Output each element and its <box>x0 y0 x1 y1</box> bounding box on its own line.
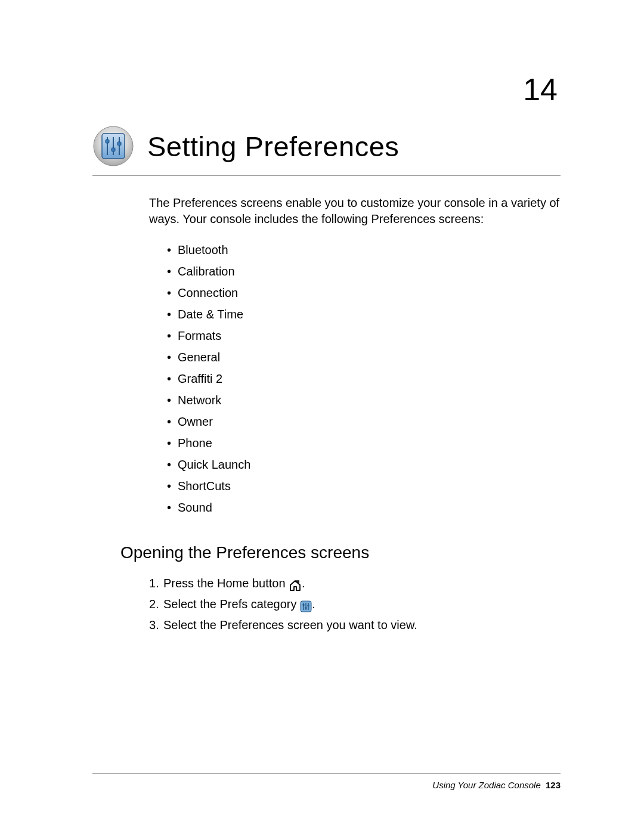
footer-title: Using Your Zodiac Console <box>432 780 541 790</box>
section-title: Opening the Preferences screens <box>120 543 561 562</box>
svg-rect-14 <box>308 605 309 606</box>
footer-page-number: 123 <box>546 780 561 790</box>
intro-paragraph: The Preferences screens enable you to cu… <box>149 195 561 227</box>
preferences-icon <box>92 125 134 167</box>
step-item: Select the Preferences screen you want t… <box>149 615 561 636</box>
list-item: General <box>167 346 561 368</box>
steps-list: Press the Home button . Select the Prefs… <box>149 573 561 636</box>
list-item: Date & Time <box>167 304 561 325</box>
list-item: Owner <box>167 411 561 432</box>
list-item: Phone <box>167 432 561 454</box>
step-text-suffix: . <box>302 577 305 590</box>
step-item: Select the Prefs category . <box>149 594 561 615</box>
preferences-list: Bluetooth Calibration Connection Date & … <box>167 239 561 518</box>
step-item: Press the Home button . <box>149 573 561 594</box>
chapter-number: 14 <box>92 72 561 107</box>
svg-rect-5 <box>106 140 109 143</box>
list-item: Network <box>167 389 561 411</box>
list-item: Formats <box>167 325 561 346</box>
list-item: Graffiti 2 <box>167 368 561 389</box>
list-item: Quick Launch <box>167 454 561 475</box>
step-text-suffix: . <box>312 597 315 611</box>
svg-rect-6 <box>112 148 115 151</box>
svg-rect-13 <box>305 607 307 609</box>
list-item: Connection <box>167 282 561 304</box>
home-icon <box>289 577 302 589</box>
list-item: Calibration <box>167 261 561 282</box>
chapter-header: Setting Preferences <box>92 125 561 176</box>
list-item: ShortCuts <box>167 475 561 497</box>
step-text: Select the Preferences screen you want t… <box>163 618 417 631</box>
svg-rect-7 <box>117 142 121 145</box>
step-text: Press the Home button <box>163 577 289 590</box>
svg-rect-12 <box>303 604 305 606</box>
page-footer: Using Your Zodiac Console 123 <box>92 773 561 790</box>
chapter-title: Setting Preferences <box>147 130 399 163</box>
step-text: Select the Prefs category <box>163 597 300 611</box>
list-item: Sound <box>167 497 561 518</box>
prefs-category-icon <box>300 598 312 610</box>
list-item: Bluetooth <box>167 239 561 261</box>
